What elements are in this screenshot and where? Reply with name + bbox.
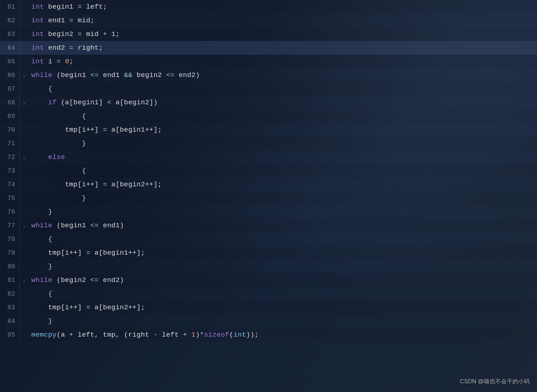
code-content: { [28,164,86,178]
code-content: tmp[i++] = a[begin2++]; [28,178,162,191]
table-row: 79 tmp[i++] = a[begin1++]; [0,246,537,260]
table-row: 68⌄ if (a[begin1] < a[begin2]) [0,96,537,109]
fold-indicator[interactable]: ⌄ [20,73,28,78]
table-row: 75 } [0,191,537,205]
table-row: 82 { [0,287,537,301]
code-content: } [28,205,53,219]
table-row: 62int end1 = mid; [0,14,537,27]
line-number: 80 [0,260,20,273]
table-row: 61int begin1 = left; [0,0,537,14]
table-row: 73 { [0,164,537,178]
code-lines: 61int begin1 = left;62int end1 = mid;63i… [0,0,537,342]
code-content: { [28,109,86,123]
table-row: 67 { [0,82,537,96]
table-row: 74 tmp[i++] = a[begin2++]; [0,178,537,191]
table-row: 78 { [0,232,537,246]
code-content: int end2 = right; [28,41,103,55]
code-content: while (begin2 <= end2) [28,273,124,287]
table-row: 85memcpy(a + left, tmp, (right - left + … [0,328,537,342]
line-number: 82 [0,287,20,301]
table-row: 64int end2 = right; [0,41,537,55]
line-number: 64 [0,41,20,55]
code-content: else [28,150,65,164]
line-number: 75 [0,191,20,205]
table-row: 72⌄ else [0,150,537,164]
code-content: tmp[i++] = a[begin2++]; [28,301,145,314]
line-number: 70 [0,123,20,137]
line-number: 72 [0,150,20,164]
line-number: 79 [0,246,20,260]
code-content: } [28,137,86,150]
table-row: 66⌄while (begin1 <= end1 && begin2 <= en… [0,68,537,82]
code-content: while (begin1 <= end1) [28,219,124,232]
code-content: int begin2 = mid + 1; [28,27,120,41]
table-row: 80 } [0,260,537,273]
line-number: 81 [0,273,20,287]
table-row: 81⌄while (begin2 <= end2) [0,273,537,287]
code-content: { [28,287,53,301]
code-content: tmp[i++] = a[begin1++]; [28,123,162,137]
table-row: 83 tmp[i++] = a[begin2++]; [0,301,537,314]
code-content: } [28,260,53,273]
table-row: 70 tmp[i++] = a[begin1++]; [0,123,537,137]
code-content: if (a[begin1] < a[begin2]) [28,96,158,109]
table-row: 77⌄while (begin1 <= end1) [0,219,537,232]
line-number: 84 [0,314,20,328]
table-row: 63int begin2 = mid + 1; [0,27,537,41]
fold-indicator[interactable]: ⌄ [20,100,28,105]
table-row: 65int i = 0; [0,55,537,68]
code-content: { [28,82,53,96]
table-row: 69 { [0,109,537,123]
code-content: } [28,191,86,205]
line-number: 83 [0,301,20,314]
code-content: int end1 = mid; [28,14,95,27]
code-content: { [28,232,53,246]
line-number: 74 [0,178,20,191]
code-editor: 61int begin1 = left;62int end1 = mid;63i… [0,0,537,392]
code-content: while (begin1 <= end1 && begin2 <= end2) [28,68,200,82]
code-content: memcpy(a + left, tmp, (right - left + 1)… [28,328,259,342]
fold-indicator[interactable]: ⌄ [20,223,28,228]
line-number: 76 [0,205,20,219]
line-number: 63 [0,27,20,41]
fold-indicator[interactable]: ⌄ [20,278,28,283]
table-row: 84 } [0,314,537,328]
code-content: int begin1 = left; [28,0,107,14]
line-number: 61 [0,0,20,14]
code-content: int i = 0; [28,55,73,68]
line-number: 66 [0,68,20,82]
line-number: 62 [0,14,20,27]
line-number: 69 [0,109,20,123]
line-number: 67 [0,82,20,96]
line-number: 71 [0,137,20,150]
table-row: 71 } [0,137,537,150]
fold-indicator[interactable]: ⌄ [20,155,28,160]
watermark: CSDN @喵也不会干的小码 [460,378,530,386]
table-row: 76 } [0,205,537,219]
line-number: 78 [0,232,20,246]
line-number: 85 [0,328,20,342]
line-number: 77 [0,219,20,232]
line-number: 73 [0,164,20,178]
line-number: 68 [0,96,20,109]
code-content: } [28,314,53,328]
line-number: 65 [0,55,20,68]
code-content: tmp[i++] = a[begin1++]; [28,246,145,260]
code-container: 61int begin1 = left;62int end1 = mid;63i… [0,0,537,392]
